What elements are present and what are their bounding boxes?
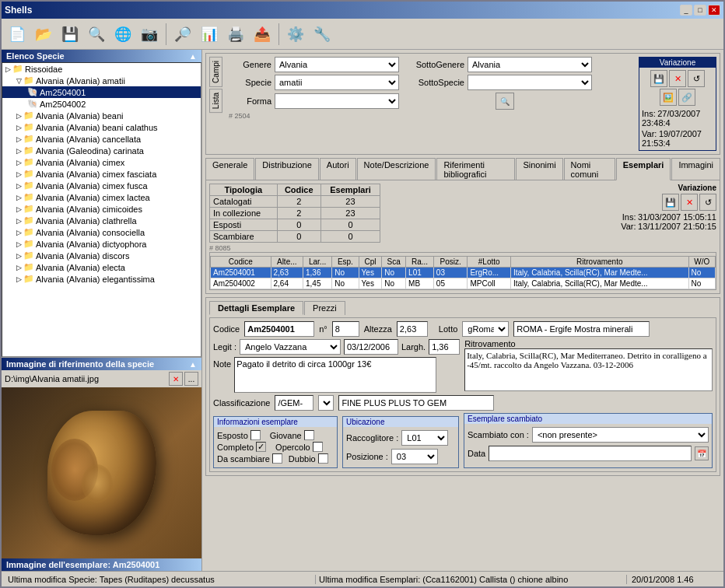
note-textarea[interactable]: Pagato il detrito di circa 1000gr 13€ (234, 357, 436, 393)
calendar-btn[interactable]: 📅 (695, 446, 709, 460)
tab-distribuzione[interactable]: Distribuzione (255, 158, 319, 180)
tree-am2504002[interactable]: 🐚 Am2504002 (2, 98, 201, 110)
toolbar-settings[interactable]: ⚙️ (283, 22, 308, 47)
toolbar-chart[interactable]: 📊 (197, 22, 222, 47)
codice-input[interactable] (244, 321, 314, 337)
sotto-specie-select[interactable] (468, 75, 592, 90)
image-browse-btn[interactable]: ... (184, 372, 198, 386)
sotto-genere-select[interactable]: Alvania (468, 57, 592, 72)
var-img-btn[interactable]: 🖼️ (660, 89, 677, 106)
data-input[interactable] (489, 446, 692, 461)
toolbar-search[interactable]: 🔍 (84, 22, 109, 47)
stats-row-in-collezione: In collezione 2 23 (210, 208, 380, 219)
var2-refresh-btn[interactable]: ↺ (699, 194, 716, 211)
tree-cimex-lactea[interactable]: ▷ 📁 Alvania (Alvania) cimex lactea (2, 191, 201, 203)
grid-header-posiz: Posiz. (433, 257, 468, 268)
completo-checkbox[interactable]: ✓ (256, 442, 266, 452)
search-form-btn[interactable]: 🔍 (496, 93, 514, 110)
shell-icon-2: 🐚 (27, 99, 38, 109)
tree-cimex-fusca[interactable]: ▷ 📁 Alvania (Alvania) cimex fusca (2, 180, 201, 191)
tree-discors[interactable]: ▷ 📁 Alvania (Alvania) discors (2, 250, 201, 261)
esposto-checkbox[interactable] (250, 430, 261, 440)
tab-rif-bib[interactable]: Riferimenti bibliografici (436, 158, 515, 180)
tree-elegantissima[interactable]: ▷ 📁 Alvania (Alvania) elegantissima (2, 273, 201, 285)
var2-save-btn[interactable]: 💾 (662, 194, 679, 211)
altezza-input[interactable] (397, 321, 428, 337)
tab-autori[interactable]: Autori (320, 158, 356, 180)
tab-generale[interactable]: Generale (205, 158, 254, 180)
legit-date-input[interactable] (344, 339, 398, 355)
genere-select[interactable]: Alvania (275, 57, 399, 72)
specie-select[interactable]: amatii (275, 75, 399, 90)
tree-clathrella[interactable]: ▷ 📁 Alvania (Alvania) clathrella (2, 215, 201, 226)
tree-cimex[interactable]: ▷ 📁 Alvania (Alvania) cimex (2, 156, 201, 168)
tab-nomi-comuni[interactable]: Nomi comuni (564, 158, 615, 180)
data-grid[interactable]: Codice Alte... Lar... Esp. Cpl Sca Ra...… (210, 256, 716, 289)
tree-electa[interactable]: ▷ 📁 Alvania (Alvania) electa (2, 261, 201, 273)
tree-cimicoides[interactable]: ▷ 📁 Alvania (Alvania) cimicoides (2, 203, 201, 215)
n-input[interactable] (332, 321, 359, 337)
lotto-desc-input[interactable] (513, 321, 650, 337)
tree-consociella[interactable]: ▷ 📁 Alvania (Alvania) consociella (2, 226, 201, 238)
toolbar-separator (166, 23, 166, 45)
var-delete-btn[interactable]: ✕ (669, 70, 686, 87)
tab-immagini[interactable]: Immagini (671, 158, 720, 180)
toolbar-globe[interactable]: 🌐 (110, 22, 135, 47)
tab-sinonimi[interactable]: Sinonimi (516, 158, 562, 180)
maximize-button[interactable]: □ (694, 5, 706, 16)
opercolo-checkbox[interactable] (313, 442, 323, 452)
image-ref-minimize[interactable]: ▲ (189, 360, 197, 369)
toolbar-print[interactable]: 🖨️ (223, 22, 248, 47)
lista-btn[interactable]: Lista (209, 89, 222, 113)
classif-prefix-input[interactable] (275, 395, 313, 411)
close-button[interactable]: ✕ (708, 5, 720, 16)
toolbar-tools[interactable]: 🔧 (310, 22, 334, 47)
scambiato-con-select[interactable]: <non presente> (532, 427, 709, 443)
tab-note[interactable]: Note/Descrizione (357, 158, 436, 180)
tree-beani-calathus[interactable]: ▷ 📁 Alvania (Alvania) beani calathus (2, 121, 201, 133)
var2-delete-btn[interactable]: ✕ (681, 194, 698, 211)
dubbio-checkbox[interactable] (318, 453, 328, 464)
minimize-button[interactable]: _ (680, 5, 692, 16)
species-tree[interactable]: ▷ 📁 Rissoidae ▽ 📁 Alvania (Alvania) amat… (2, 62, 201, 357)
tree-am2504001[interactable]: 🐚 Am2504001 (2, 86, 201, 98)
campi-btn[interactable]: Campi (209, 57, 222, 87)
toolbar-export[interactable]: 📤 (250, 22, 275, 47)
detail-tab-prezzi[interactable]: Prezzi (304, 301, 345, 315)
tree-dictyophora[interactable]: ▷ 📁 Alvania (Alvania) dictyophora (2, 238, 201, 250)
tab-esemplari[interactable]: Esemplari (616, 158, 671, 180)
var-refresh-btn[interactable]: ↺ (688, 70, 705, 87)
classif-value-input[interactable] (338, 395, 494, 411)
legit-row: Legit : Angelo Vazzana Largh. (213, 339, 460, 355)
largh-input[interactable] (429, 339, 460, 355)
grid-row-am2504002[interactable]: Am2504002 2,64 1,45 No Yes No MB 05 MPCo… (211, 278, 716, 289)
var-save-btn[interactable]: 💾 (650, 70, 667, 87)
detail-tab-esemplare[interactable]: Dettagli Esemplare (209, 301, 303, 315)
ritrovamento-textarea[interactable]: Italy, Calabria, Scilla(RC), Mar Mediter… (464, 348, 713, 391)
opercolo-label: Opercolo (275, 443, 310, 452)
da-scambiare-checkbox[interactable] (272, 453, 282, 464)
toolbar-camera[interactable]: 📷 (137, 22, 162, 47)
giovane-checkbox[interactable] (304, 430, 314, 440)
toolbar-new[interactable]: 📄 (5, 22, 30, 47)
tree-cancellata[interactable]: ▷ 📁 Alvania (Alvania) cancellata (2, 133, 201, 145)
forma-select[interactable] (275, 93, 399, 109)
classif-select[interactable]: ▼ (318, 395, 334, 411)
tree-alvania-amatii[interactable]: ▽ 📁 Alvania (Alvania) amatii (2, 75, 201, 86)
tree-cimex-fasciata[interactable]: ▷ 📁 Alvania (Alvania) cimex fasciata (2, 168, 201, 180)
panel-minimize-btn[interactable]: ▲ (189, 52, 197, 61)
raccoglitore-select[interactable]: L01 (401, 430, 448, 446)
scambiato-con-row: Scambiato con : <non presente> (468, 427, 709, 443)
legit-select[interactable]: Angelo Vazzana (240, 339, 341, 355)
tree-galeodina-carinata[interactable]: ▷ 📁 Alvania (Galeodina) carinata (2, 145, 201, 156)
var-link-btn[interactable]: 🔗 (678, 89, 695, 106)
tree-beani[interactable]: ▷ 📁 Alvania (Alvania) beani (2, 110, 201, 121)
tree-rissoidae[interactable]: ▷ 📁 Rissoidae (2, 63, 201, 75)
toolbar-zoom[interactable]: 🔎 (170, 22, 195, 47)
toolbar-open[interactable]: 📂 (31, 22, 56, 47)
lotto-select[interactable]: gRoma (462, 321, 509, 337)
toolbar-save[interactable]: 💾 (58, 22, 82, 47)
image-delete-btn[interactable]: ✕ (169, 372, 183, 386)
grid-row-am2504001[interactable]: Am2504001 2,63 1,36 No Yes No L01 03 Erg… (211, 268, 716, 278)
posizione-select[interactable]: 03 (391, 449, 438, 464)
